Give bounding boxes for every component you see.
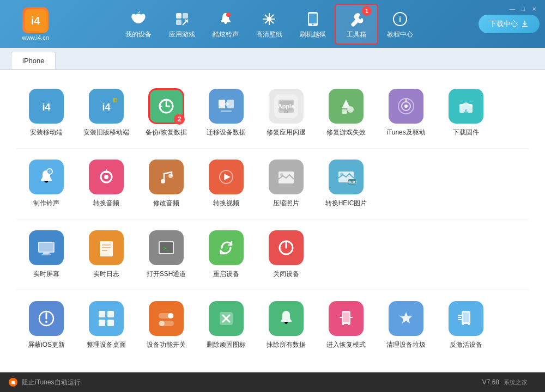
- compress-photo-icon: [269, 160, 304, 194]
- svg-rect-70: [100, 241, 113, 256]
- device-features-label: 设备功能开关: [147, 340, 186, 350]
- nav-item-wallpaper[interactable]: 高清壁纸: [247, 5, 291, 44]
- convert-video-label: 转换视频: [213, 199, 239, 208]
- svg-text:旧: 旧: [113, 97, 118, 103]
- logo-text: www.i4.cn: [22, 34, 49, 41]
- svg-rect-12: [309, 14, 317, 23]
- tool-fix-app-crash[interactable]: Apple ID 修复应用闪退: [256, 81, 316, 145]
- tool-organize-desktop[interactable]: 整理设备桌面: [76, 293, 136, 358]
- tool-make-ringtone[interactable]: + 制作铃声: [16, 151, 76, 216]
- nav-item-ringtones[interactable]: 酷炫铃声: [204, 5, 247, 44]
- svg-rect-90: [107, 320, 114, 326]
- svg-rect-25: [219, 100, 225, 108]
- svg-rect-109: [464, 324, 468, 325]
- convert-heic-icon: HEIC: [329, 160, 364, 194]
- tool-convert-heic[interactable]: HEIC 转换HEIC图片: [316, 151, 376, 216]
- tool-download-firmware[interactable]: 下载固件: [436, 81, 496, 145]
- svg-text:i4: i4: [42, 102, 50, 113]
- install-app-label: 安装移动端: [30, 128, 63, 137]
- download-button[interactable]: 下载中心: [479, 15, 540, 33]
- nav-item-my-device[interactable]: 我的设备: [117, 5, 160, 44]
- organize-desktop-label: 整理设备桌面: [87, 340, 126, 350]
- block-ios-update-icon: [29, 301, 64, 336]
- tool-row-3: 实时屏幕 实时日志 >_: [16, 222, 529, 290]
- footer-version: V7.68: [482, 378, 499, 386]
- ssh-tunnel-label: 打开SSH通道: [147, 270, 186, 279]
- tool-install-app[interactable]: i4 安装移动端: [16, 81, 76, 145]
- tool-row-1: i4 安装移动端 i4 旧 安装旧版移动端: [16, 81, 529, 149]
- minimize-button[interactable]: —: [508, 4, 517, 13]
- fix-app-crash-label: 修复应用闪退: [267, 128, 306, 137]
- reboot-device-label: 重启设备: [213, 270, 239, 279]
- footer-text: 阻止iTunes自动运行: [22, 378, 81, 387]
- nav-item-jailbreak[interactable]: 刷机越狱: [291, 5, 335, 44]
- ssh-tunnel-icon: >_: [149, 230, 184, 265]
- svg-rect-3: [183, 13, 188, 19]
- tool-remove-icon[interactable]: 删除顽固图标: [196, 293, 256, 358]
- snowflake-icon: [259, 9, 279, 29]
- tool-recovery-mode[interactable]: 进入恢复模式: [316, 293, 376, 358]
- svg-point-48: [104, 175, 108, 179]
- transfer-data-label: 迁移设备数据: [207, 128, 246, 137]
- tool-erase-data[interactable]: 抹除所有数据: [256, 293, 316, 358]
- svg-text:Apple: Apple: [278, 103, 295, 109]
- make-ringtone-icon: +: [29, 160, 64, 194]
- nav-item-toolbox[interactable]: 工具箱 1: [335, 4, 378, 45]
- tool-row-2: + 制作铃声 转换音频: [16, 151, 529, 219]
- svg-rect-67: [43, 253, 50, 254]
- nav-item-tutorial[interactable]: i 教程中心: [378, 5, 422, 44]
- tool-ssh-tunnel[interactable]: >_ 打开SSH通道: [136, 222, 196, 287]
- nav-item-app-games[interactable]: 应用游戏: [160, 5, 204, 44]
- block-ios-update-label: 屏蔽iOS更新: [28, 340, 65, 350]
- tool-fix-game[interactable]: 修复游戏失效: [316, 81, 376, 145]
- tool-shutdown-device[interactable]: 关闭设备: [256, 222, 316, 287]
- bell-icon: [216, 9, 235, 29]
- fix-app-crash-icon: Apple ID: [269, 89, 304, 124]
- svg-point-5: [226, 13, 231, 17]
- tool-backup-restore[interactable]: 2 备份/恢复数据: [136, 81, 196, 145]
- tab-iphone[interactable]: iPhone: [11, 52, 56, 69]
- svg-point-13: [312, 23, 314, 25]
- tool-realtime-screen[interactable]: 实时屏幕: [16, 222, 76, 287]
- footer-right: V7.68 系统之家: [482, 376, 536, 389]
- install-old-label: 安装旧版移动端: [83, 128, 129, 137]
- tool-device-features[interactable]: 设备功能开关: [136, 293, 196, 358]
- svg-rect-104: [344, 324, 348, 325]
- itunes-icon: [389, 89, 423, 124]
- tool-convert-video[interactable]: 转换视频: [196, 151, 256, 216]
- convert-video-icon: [209, 160, 244, 194]
- info-icon: i: [390, 9, 410, 29]
- tool-block-ios-update[interactable]: 屏蔽iOS更新: [16, 293, 76, 358]
- tool-convert-audio[interactable]: 转换音频: [76, 151, 136, 216]
- tool-reboot-device[interactable]: 重启设备: [196, 222, 256, 287]
- svg-rect-108: [463, 313, 469, 322]
- tool-itunes[interactable]: iTunes及驱动: [376, 81, 436, 145]
- remove-icon-icon: [209, 301, 244, 336]
- svg-rect-35: [342, 109, 347, 114]
- tool-compress-photo[interactable]: 压缩照片: [256, 151, 316, 216]
- maximize-button[interactable]: □: [519, 4, 528, 13]
- reboot-device-icon: [209, 230, 244, 265]
- clean-junk-icon: [389, 301, 423, 336]
- shutdown-device-icon: [269, 230, 304, 265]
- tool-clean-junk[interactable]: 清理设备垃圾: [376, 293, 436, 358]
- svg-text:>_: >_: [164, 246, 169, 251]
- tool-realtime-log[interactable]: 实时日志: [76, 222, 136, 287]
- tool-install-old[interactable]: i4 旧 安装旧版移动端: [76, 81, 136, 145]
- convert-heic-label: 转换HEIC图片: [325, 199, 367, 208]
- fix-game-label: 修复游戏失效: [326, 128, 366, 137]
- fix-game-icon: [329, 89, 364, 124]
- convert-audio-icon: [89, 160, 124, 194]
- svg-point-52: [168, 174, 173, 178]
- svg-point-93: [168, 313, 173, 318]
- tool-transfer-data[interactable]: 迁移设备数据: [196, 81, 256, 145]
- fix-audio-label: 修改音频: [153, 199, 179, 208]
- tool-fix-audio[interactable]: 修改音频: [136, 151, 196, 216]
- close-button[interactable]: ✕: [530, 4, 538, 13]
- backup-restore-icon: 2: [149, 89, 184, 124]
- svg-text:ID: ID: [284, 110, 288, 114]
- tool-anti-revoke[interactable]: 反激活设备: [436, 293, 496, 358]
- svg-point-34: [347, 106, 354, 113]
- backup-restore-label: 备份/恢复数据: [146, 128, 186, 137]
- svg-point-39: [404, 105, 408, 108]
